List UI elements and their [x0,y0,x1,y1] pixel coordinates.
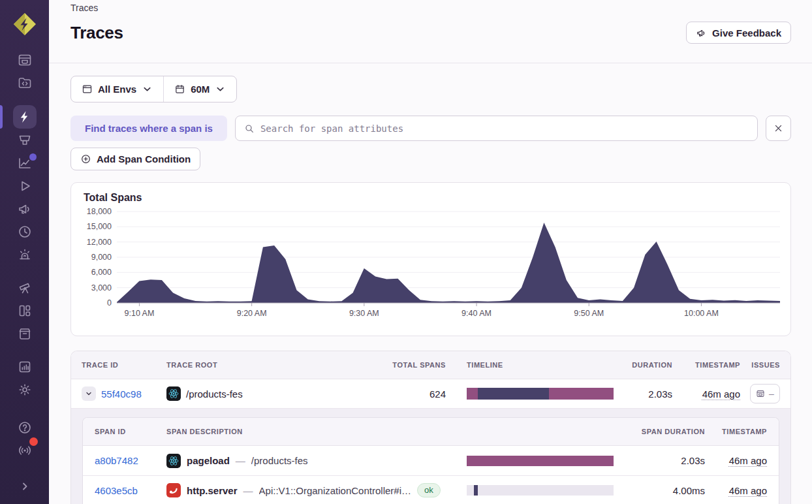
svg-text:9,000: 9,000 [91,253,112,262]
chart-title: Total Spans [84,192,779,204]
traces-table: Trace ID Trace Root Total Spans Timeline… [70,351,791,504]
logo-diamond-icon [12,11,38,37]
span-timestamp[interactable]: 46m ago [729,485,767,496]
trace-total-spans: 624 [381,388,446,400]
span-duration: 4.00ms [614,485,705,496]
sidebar-collapse-toggle[interactable] [13,475,37,497]
ruby-icon [166,483,181,497]
sidebar-item-projects[interactable] [13,72,37,94]
span-description: Api::V1::OrganizationController#i… [259,485,411,496]
sidebar-item-traces[interactable] [13,105,37,129]
add-span-condition-button[interactable]: Add Span Condition [70,148,200,170]
close-icon [773,123,783,133]
plus-circle-icon [80,153,91,165]
col-duration: Duration [614,361,672,369]
span-duration: 2.03s [614,455,705,466]
clear-search-button[interactable] [766,116,791,141]
page-filter-bar: All Envs 60M [70,76,237,102]
collapse-trace-button[interactable] [82,386,96,401]
trace-timeline-bar [467,388,614,400]
megaphone-icon [696,27,707,39]
span-op: pageload [187,455,230,466]
col-span-description: Span Description [166,428,448,435]
sidebar-item-insights[interactable] [13,129,37,151]
telescope-icon [17,280,33,296]
play-icon [17,178,33,194]
span-id-link[interactable]: 4603e5cb [95,485,138,496]
megaphone-icon [17,201,33,217]
col-timestamp: Timestamp [672,361,740,369]
sidebar-item-settings[interactable] [13,379,37,401]
trace-row: 55f40c98 /products-fes [71,379,790,408]
trace-timestamp[interactable]: 46m ago [702,388,740,400]
svg-text:9:10 AM: 9:10 AM [125,309,155,318]
give-feedback-label: Give Feedback [712,27,781,39]
inbox-icon [756,389,765,398]
siren-icon [17,247,33,262]
sidebar-item-help[interactable] [13,417,37,439]
svg-text:9:20 AM: 9:20 AM [237,309,267,318]
help-icon [17,420,33,435]
expanded-trace-panel: Span ID Span Description Span Duration T… [71,408,790,504]
spans-table-header: Span ID Span Description Span Duration T… [83,418,779,446]
span-row: 4603e5cb http.server — Api::V1::Organiza… [83,475,779,504]
sentry-logo[interactable] [12,11,38,37]
span-search-row: Find traces where a span is [70,116,791,141]
sidebar-item-crons[interactable] [13,221,37,243]
search-input[interactable] [260,123,749,134]
span-timestamp[interactable]: 46m ago [729,455,767,466]
sidebar-item-stats[interactable] [13,356,37,378]
lightning-bolt-icon [17,109,33,125]
sidebar-item-feedback[interactable] [13,198,37,220]
chevron-right-icon [17,479,33,494]
traces-table-header: Trace ID Trace Root Total Spans Timeline… [71,351,790,379]
col-trace-id: Trace ID [82,361,166,369]
time-range-label: 60M [191,84,210,95]
span-attributes-search[interactable] [235,116,758,141]
app-window: Traces Traces Give Feedback All Env [0,0,812,504]
col-issues: Issues [740,361,780,369]
svg-text:9:40 AM: 9:40 AM [461,309,492,318]
search-icon [244,123,255,134]
page-content: All Envs 60M Find traces where a span is [49,63,812,504]
svg-text:0: 0 [107,298,112,307]
environment-filter-dropdown[interactable]: All Envs [71,76,163,102]
sidebar-item-releases[interactable] [13,323,37,345]
svg-text:15,000: 15,000 [87,222,112,231]
separator: — [243,485,253,496]
sidebar-item-replays[interactable] [13,175,37,197]
separator: — [236,455,245,466]
total-spans-card: Total Spans 03,0006,0009,00012,00015,000… [70,182,791,336]
trace-id-link[interactable]: 55f40c98 [101,388,142,400]
sidebar-item-whats-new[interactable] [13,439,37,462]
environment-filter-label: All Envs [98,84,136,95]
add-span-condition-label: Add Span Condition [97,153,191,165]
col-span-id: Span ID [95,428,166,435]
sidebar-nav [13,49,37,401]
sidebar-item-issues[interactable] [13,49,37,71]
sidebar-item-dashboards[interactable] [13,300,37,322]
col-span-timestamp: Timestamp [705,428,767,435]
calendar-icon [174,84,185,95]
notification-dot-blue [29,153,37,161]
give-feedback-button[interactable]: Give Feedback [686,22,791,44]
svg-text:10:00 AM: 10:00 AM [684,309,719,318]
span-id-link[interactable]: a80b7482 [95,455,138,466]
issues-count: – [769,388,774,399]
svg-text:18,000: 18,000 [87,207,112,216]
chevron-down-icon [85,390,93,398]
span-timeline-bar [467,456,614,466]
sidebar [0,0,49,504]
find-traces-chip: Find traces where a span is [70,116,227,141]
sidebar-item-alerts[interactable] [13,244,37,266]
sidebar-item-discover[interactable] [13,277,37,299]
main-area: Traces Traces Give Feedback All Env [49,0,812,504]
react-icon [166,454,181,468]
chevron-down-icon [215,84,226,95]
breadcrumb[interactable]: Traces [70,1,791,14]
sidebar-item-performance[interactable] [13,152,37,174]
gear-icon [17,382,33,398]
total-spans-area-chart: 03,0006,0009,00012,00015,00018,0009:10 A… [82,206,781,321]
trace-issues-button[interactable]: – [750,384,780,403]
time-range-dropdown[interactable]: 60M [164,76,236,102]
